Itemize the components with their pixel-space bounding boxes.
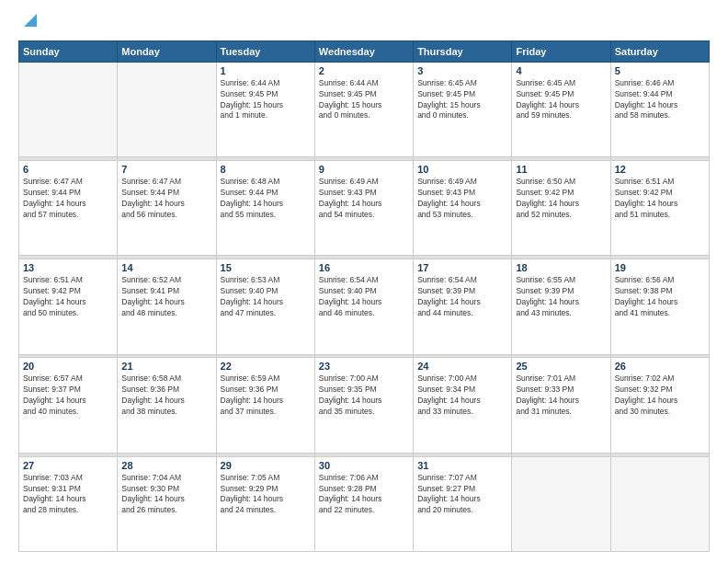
day-info: Sunrise: 6:49 AM Sunset: 9:43 PM Dayligh… [417, 177, 507, 221]
day-number: 25 [516, 361, 606, 372]
day-info: Sunrise: 6:52 AM Sunset: 9:41 PM Dayligh… [121, 275, 211, 319]
day-number: 17 [417, 262, 507, 273]
day-info: Sunrise: 7:01 AM Sunset: 9:33 PM Dayligh… [516, 373, 606, 418]
svg-marker-0 [24, 14, 37, 27]
calendar-header-tuesday: Tuesday [216, 40, 314, 62]
calendar-cell: 27Sunrise: 7:03 AM Sunset: 9:31 PM Dayli… [19, 456, 118, 551]
day-number: 6 [23, 164, 113, 175]
day-number: 10 [417, 164, 507, 175]
day-number: 2 [319, 65, 409, 76]
calendar-cell: 19Sunrise: 6:56 AM Sunset: 9:38 PM Dayli… [610, 259, 709, 354]
day-number: 16 [319, 262, 409, 273]
header [18, 15, 710, 33]
calendar-cell: 15Sunrise: 6:53 AM Sunset: 9:40 PM Dayli… [216, 259, 314, 354]
calendar-cell: 25Sunrise: 7:01 AM Sunset: 9:33 PM Dayli… [512, 358, 610, 453]
day-info: Sunrise: 6:48 AM Sunset: 9:44 PM Dayligh… [221, 177, 311, 221]
calendar-cell: 31Sunrise: 7:07 AM Sunset: 9:27 PM Dayli… [414, 456, 512, 551]
calendar-cell: 16Sunrise: 6:54 AM Sunset: 9:40 PM Dayli… [314, 259, 413, 354]
day-info: Sunrise: 6:56 AM Sunset: 9:38 PM Dayligh… [615, 275, 705, 319]
calendar-cell: 22Sunrise: 6:59 AM Sunset: 9:36 PM Dayli… [216, 358, 314, 453]
calendar-cell: 9Sunrise: 6:49 AM Sunset: 9:43 PM Daylig… [314, 161, 413, 256]
day-info: Sunrise: 6:45 AM Sunset: 9:45 PM Dayligh… [516, 78, 606, 122]
calendar-cell [512, 456, 610, 551]
calendar-header-sunday: Sunday [19, 40, 118, 62]
day-number: 1 [221, 65, 311, 76]
calendar-cell: 29Sunrise: 7:05 AM Sunset: 9:29 PM Dayli… [216, 456, 314, 551]
calendar-header-wednesday: Wednesday [314, 40, 413, 62]
calendar-cell: 1Sunrise: 6:44 AM Sunset: 9:45 PM Daylig… [216, 62, 314, 156]
calendar-header-row: SundayMondayTuesdayWednesdayThursdayFrid… [19, 40, 710, 62]
day-number: 7 [121, 164, 211, 175]
calendar-week-1: 1Sunrise: 6:44 AM Sunset: 9:45 PM Daylig… [19, 62, 710, 156]
calendar-header-saturday: Saturday [610, 40, 709, 62]
day-info: Sunrise: 6:47 AM Sunset: 9:44 PM Dayligh… [121, 177, 211, 221]
calendar-cell: 13Sunrise: 6:51 AM Sunset: 9:42 PM Dayli… [19, 259, 118, 354]
calendar-header-friday: Friday [512, 40, 610, 62]
day-number: 14 [121, 262, 211, 273]
day-number: 26 [615, 361, 705, 372]
day-info: Sunrise: 6:45 AM Sunset: 9:45 PM Dayligh… [417, 78, 507, 122]
day-number: 27 [23, 460, 113, 471]
day-info: Sunrise: 6:50 AM Sunset: 9:42 PM Dayligh… [516, 177, 606, 221]
day-number: 11 [516, 164, 606, 175]
day-number: 19 [615, 262, 705, 273]
day-info: Sunrise: 6:51 AM Sunset: 9:42 PM Dayligh… [615, 177, 705, 221]
day-number: 30 [319, 460, 409, 471]
day-info: Sunrise: 6:44 AM Sunset: 9:45 PM Dayligh… [221, 78, 311, 122]
day-number: 9 [319, 164, 409, 175]
calendar-cell: 2Sunrise: 6:44 AM Sunset: 9:45 PM Daylig… [314, 62, 413, 156]
calendar-cell: 11Sunrise: 6:50 AM Sunset: 9:42 PM Dayli… [512, 161, 610, 256]
day-info: Sunrise: 6:55 AM Sunset: 9:39 PM Dayligh… [516, 275, 606, 319]
day-number: 31 [417, 460, 507, 471]
calendar-cell: 14Sunrise: 6:52 AM Sunset: 9:41 PM Dayli… [118, 259, 216, 354]
day-number: 8 [221, 164, 311, 175]
calendar-cell: 7Sunrise: 6:47 AM Sunset: 9:44 PM Daylig… [118, 161, 216, 256]
calendar-cell: 12Sunrise: 6:51 AM Sunset: 9:42 PM Dayli… [610, 161, 709, 256]
calendar-cell: 5Sunrise: 6:46 AM Sunset: 9:44 PM Daylig… [610, 62, 709, 156]
day-info: Sunrise: 7:00 AM Sunset: 9:34 PM Dayligh… [417, 373, 507, 418]
day-info: Sunrise: 6:54 AM Sunset: 9:39 PM Dayligh… [417, 275, 507, 319]
day-number: 15 [221, 262, 311, 273]
day-number: 28 [121, 460, 211, 471]
calendar-cell [19, 62, 118, 156]
day-number: 5 [615, 65, 705, 76]
day-info: Sunrise: 6:44 AM Sunset: 9:45 PM Dayligh… [319, 78, 409, 122]
day-info: Sunrise: 7:00 AM Sunset: 9:35 PM Dayligh… [319, 373, 409, 418]
calendar-cell: 8Sunrise: 6:48 AM Sunset: 9:44 PM Daylig… [216, 161, 314, 256]
day-info: Sunrise: 7:06 AM Sunset: 9:28 PM Dayligh… [319, 473, 409, 517]
calendar-cell: 4Sunrise: 6:45 AM Sunset: 9:45 PM Daylig… [512, 62, 610, 156]
day-info: Sunrise: 7:05 AM Sunset: 9:29 PM Dayligh… [221, 473, 311, 517]
day-info: Sunrise: 6:58 AM Sunset: 9:36 PM Dayligh… [121, 373, 211, 418]
calendar-cell: 23Sunrise: 7:00 AM Sunset: 9:35 PM Dayli… [314, 358, 413, 453]
logo [18, 15, 40, 33]
calendar-cell: 26Sunrise: 7:02 AM Sunset: 9:32 PM Dayli… [610, 358, 709, 453]
day-info: Sunrise: 7:02 AM Sunset: 9:32 PM Dayligh… [615, 373, 705, 418]
calendar-cell [118, 62, 216, 156]
calendar-header-thursday: Thursday [414, 40, 512, 62]
calendar-week-4: 20Sunrise: 6:57 AM Sunset: 9:37 PM Dayli… [19, 358, 710, 453]
calendar-cell: 28Sunrise: 7:04 AM Sunset: 9:30 PM Dayli… [118, 456, 216, 551]
day-info: Sunrise: 6:53 AM Sunset: 9:40 PM Dayligh… [221, 275, 311, 319]
calendar-week-3: 13Sunrise: 6:51 AM Sunset: 9:42 PM Dayli… [19, 259, 710, 354]
day-number: 23 [319, 361, 409, 372]
calendar-table: SundayMondayTuesdayWednesdayThursdayFrid… [18, 40, 710, 552]
calendar-cell: 30Sunrise: 7:06 AM Sunset: 9:28 PM Dayli… [314, 456, 413, 551]
calendar-week-5: 27Sunrise: 7:03 AM Sunset: 9:31 PM Dayli… [19, 456, 710, 551]
calendar-cell: 17Sunrise: 6:54 AM Sunset: 9:39 PM Dayli… [414, 259, 512, 354]
day-info: Sunrise: 7:03 AM Sunset: 9:31 PM Dayligh… [23, 473, 113, 517]
day-number: 29 [221, 460, 311, 471]
day-number: 20 [23, 361, 113, 372]
day-info: Sunrise: 7:07 AM Sunset: 9:27 PM Dayligh… [417, 473, 507, 517]
day-info: Sunrise: 6:49 AM Sunset: 9:43 PM Dayligh… [319, 177, 409, 221]
day-number: 21 [121, 361, 211, 372]
calendar-cell: 6Sunrise: 6:47 AM Sunset: 9:44 PM Daylig… [19, 161, 118, 256]
calendar-cell: 21Sunrise: 6:58 AM Sunset: 9:36 PM Dayli… [118, 358, 216, 453]
page: SundayMondayTuesdayWednesdayThursdayFrid… [0, 0, 728, 563]
calendar-cell: 10Sunrise: 6:49 AM Sunset: 9:43 PM Dayli… [414, 161, 512, 256]
logo-icon [20, 10, 40, 30]
day-info: Sunrise: 7:04 AM Sunset: 9:30 PM Dayligh… [121, 473, 211, 517]
calendar-cell: 18Sunrise: 6:55 AM Sunset: 9:39 PM Dayli… [512, 259, 610, 354]
day-info: Sunrise: 6:46 AM Sunset: 9:44 PM Dayligh… [615, 78, 705, 122]
calendar-header-monday: Monday [118, 40, 216, 62]
calendar-cell: 20Sunrise: 6:57 AM Sunset: 9:37 PM Dayli… [19, 358, 118, 453]
